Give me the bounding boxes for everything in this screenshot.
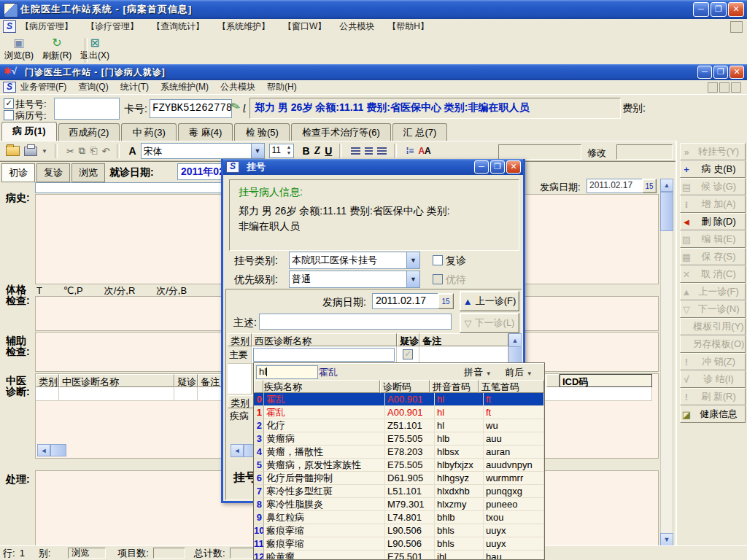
visit-tab[interactable]: 复诊 (36, 163, 70, 182)
module-tab[interactable]: 毒 麻(4) (178, 123, 233, 141)
chevron-down-icon[interactable]: ▼ (406, 252, 419, 268)
sidebar-button[interactable]: √ 诊 结(I) (680, 370, 746, 388)
align-right-icon[interactable] (377, 147, 387, 155)
column-header[interactable]: 诊断码 (380, 380, 430, 393)
spinner-icons[interactable]: ▲▼ (285, 144, 293, 158)
sidebar-button[interactable]: ✕ 取 消(C) (680, 265, 746, 283)
result-row[interactable]: 10 瘢痕挛缩 L90.506 bhls uuyx (254, 524, 544, 537)
column-header[interactable]: 疑诊 (397, 333, 419, 346)
onset-input[interactable]: 2011.02.17 (372, 293, 441, 309)
child-minimize-icon[interactable] (708, 82, 718, 93)
scroll-thumb[interactable] (50, 444, 66, 456)
menu-item[interactable]: 【帮助H】 (387, 20, 429, 33)
result-row[interactable]: 9 鼻红粒病 L74.801 bhlb txou (254, 511, 544, 524)
column-header[interactable]: 五笔首码 (479, 380, 544, 393)
privilege-checkbox[interactable] (433, 274, 443, 284)
scroll-thumb[interactable] (508, 346, 522, 364)
toolbar-button[interactable]: ▣ 浏览(B) (0, 36, 38, 63)
column-header[interactable]: 类别 (228, 333, 252, 346)
result-row[interactable]: 11 瘢痕挛缩 L90.506 bhls uuyx (254, 537, 544, 551)
menu-item[interactable]: 业务管理(F) (20, 81, 66, 93)
card-input[interactable]: FZYBK51262778 (150, 99, 232, 118)
close-icon[interactable]: ✕ (506, 160, 521, 174)
copy-icon[interactable]: ⧉ (79, 145, 85, 157)
result-row[interactable]: 7 寒冷性多型红斑 L51.101 hlxdxhb punqgxg (254, 485, 544, 498)
suspect-cell[interactable] (397, 346, 419, 364)
menu-item[interactable]: 【病历管理】 (20, 20, 73, 33)
sidebar-button[interactable]: ! 冲 销(Z) (680, 353, 746, 370)
result-row[interactable]: 0 霍乱 A00.901 hl ft (254, 393, 544, 406)
search-input[interactable]: hl (256, 365, 318, 379)
chevron-down-icon[interactable]: ▼ (406, 271, 419, 287)
font-color-icon[interactable]: A (128, 145, 136, 157)
minimize-icon[interactable]: ─ (474, 160, 489, 174)
menu-item[interactable]: 【诊疗管理】 (86, 20, 139, 33)
sidebar-button[interactable]: ◪ 健康信息 (680, 405, 746, 423)
reg-type-select[interactable]: 本院职工医保卡挂号 ▼ (289, 252, 420, 269)
column-header[interactable]: 疑诊 (174, 374, 198, 387)
underline-icon[interactable]: U (325, 145, 332, 157)
scroll-down-icon[interactable]: ▼ (660, 533, 673, 546)
font-family-select[interactable]: 宋体 ▼ (141, 143, 265, 159)
sidebar-button[interactable]: ▲ 上一诊(F) (680, 283, 746, 300)
onset-date-input[interactable]: 2011.02.17 (587, 179, 644, 193)
visit-tab[interactable]: 初诊 (1, 163, 35, 182)
sidebar-button[interactable]: ▨ 编 辑(E) (680, 230, 746, 248)
module-tab[interactable]: 中 药(3) (121, 123, 177, 141)
column-header[interactable]: 西医诊断名称 (252, 333, 397, 346)
child-close-icon[interactable] (731, 82, 741, 93)
minimize-icon[interactable]: ─ (693, 2, 709, 17)
sidebar-button[interactable]: ▦ 保 存(S) (680, 248, 746, 265)
column-header[interactable]: 中医诊断名称 (59, 374, 174, 387)
priority-select[interactable]: 普通 ▼ (289, 271, 420, 288)
minimize-icon[interactable]: ─ (697, 66, 712, 79)
scroll-thumb[interactable] (660, 192, 673, 231)
sidebar-button[interactable]: 模板引用(Y) (680, 318, 746, 335)
visit-tab[interactable]: 浏览 (71, 163, 105, 182)
sidebar-button[interactable]: ▤ 候 诊(G) (680, 178, 746, 195)
menu-item[interactable]: 【系统维护】 (217, 20, 270, 33)
open-icon[interactable] (6, 146, 20, 156)
result-row[interactable]: 4 黄瘤，播散性 E78.203 hlbsx auran (254, 446, 544, 459)
maximize-icon[interactable]: ❐ (490, 160, 505, 174)
chevron-down-icon[interactable]: ▼ (251, 144, 264, 158)
maximize-icon[interactable]: ❐ (713, 66, 728, 79)
result-row[interactable]: 8 寒冷性脂膜炎 M79.301 hlxzmy puneeo (254, 498, 544, 511)
chief-complaint-strip[interactable] (35, 182, 222, 193)
menu-item[interactable]: 帮助(H) (267, 81, 297, 93)
diagnosis-input-cell[interactable] (252, 346, 397, 364)
toolbar-button[interactable]: ⊠ 退出(X) (76, 36, 114, 63)
menu-item[interactable]: 统计(T) (120, 81, 149, 93)
align-left-icon[interactable] (351, 147, 360, 155)
sidebar-button[interactable]: 另存模板(O) (680, 335, 746, 353)
scroll-left-icon[interactable]: ◄ (231, 444, 244, 457)
sidebar-button[interactable]: ⁝ 增 加(A) (680, 195, 746, 213)
scroll-up-icon[interactable]: ▲ (508, 333, 522, 347)
module-tab[interactable]: 汇 总(7) (392, 123, 448, 141)
menu-item[interactable]: 系统维护(M) (160, 81, 209, 93)
menu-item[interactable]: 查询(Q) (78, 81, 108, 93)
result-row[interactable]: 1 霍乱 A00.901 hl ft (254, 406, 544, 419)
result-row[interactable]: 2 化疗 Z51.101 hl wu (254, 419, 544, 432)
sidebar-button[interactable]: » 转挂号(Y) (680, 143, 746, 160)
calendar-icon[interactable]: 15 (642, 179, 657, 193)
sidebar-button[interactable]: ▽ 下一诊(N) (680, 300, 746, 318)
menu-item[interactable]: 公共模块 (220, 81, 255, 93)
print-dropdown-icon[interactable]: ▼ (42, 148, 47, 155)
maximize-icon[interactable]: ❐ (711, 2, 727, 17)
menu-item[interactable]: 【窗口W】 (283, 20, 326, 33)
module-tab[interactable]: 病 历(1) (1, 122, 57, 141)
revisit-checkbox[interactable] (433, 255, 443, 265)
module-tab[interactable]: 检查手术治疗等(6) (291, 123, 391, 141)
print-icon[interactable] (24, 147, 37, 156)
cut-icon[interactable]: ✂ (66, 146, 74, 157)
sidebar-button[interactable]: ◄ 删 除(D) (680, 213, 746, 230)
reg-no-checkbox[interactable] (4, 98, 14, 109)
undo-icon[interactable]: ↶ (102, 146, 110, 157)
font-size-stepper[interactable]: 11 ▲▼ (269, 144, 294, 158)
search-mode-select[interactable]: 拼音 ▼ (464, 366, 492, 379)
prev-visit-button[interactable]: ▲ 上一诊(F) (460, 291, 519, 311)
bold-icon[interactable]: B (303, 145, 310, 157)
font-case-icon[interactable]: AA (418, 146, 430, 156)
next-visit-button[interactable]: ▽ 下一诊(L) (460, 313, 519, 333)
